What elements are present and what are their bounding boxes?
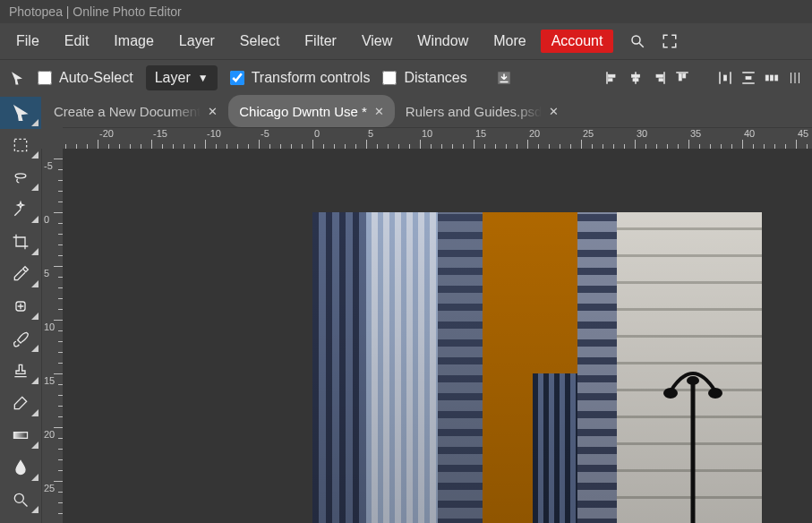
svg-rect-22 bbox=[771, 75, 774, 81]
options-bar: Auto-Select Layer ▼ Transform controls D… bbox=[0, 59, 812, 95]
canvas[interactable] bbox=[312, 212, 762, 523]
svg-point-33 bbox=[663, 388, 678, 399]
svg-rect-29 bbox=[14, 433, 28, 439]
download-icon[interactable] bbox=[496, 70, 512, 86]
align-right-icon[interactable] bbox=[651, 70, 667, 86]
svg-rect-10 bbox=[656, 74, 663, 77]
distances-label: Distances bbox=[404, 70, 466, 86]
svg-point-30 bbox=[14, 493, 23, 502]
distribute-v-icon[interactable] bbox=[740, 70, 756, 86]
svg-rect-27 bbox=[14, 139, 26, 150]
tool-zoom[interactable] bbox=[0, 484, 41, 516]
svg-point-34 bbox=[708, 388, 722, 399]
svg-rect-21 bbox=[765, 75, 768, 81]
title-bar: Photopea | Online Photo Editor bbox=[0, 0, 812, 23]
tool-marquee[interactable] bbox=[0, 129, 41, 161]
doc-tab-0[interactable]: Create a New Document ✕ bbox=[43, 95, 228, 127]
move-tool-icon bbox=[9, 70, 25, 86]
main-area: Create a New Document ✕ Chicago Dwntn Us… bbox=[0, 95, 812, 523]
doc-tab-1-close-icon[interactable]: ✕ bbox=[374, 105, 384, 118]
align-left-icon[interactable] bbox=[604, 70, 620, 86]
svg-line-31 bbox=[23, 502, 28, 507]
distances-checkbox[interactable]: Distances bbox=[382, 70, 466, 86]
svg-point-35 bbox=[687, 376, 699, 385]
tool-heal[interactable] bbox=[0, 290, 41, 322]
svg-rect-23 bbox=[775, 75, 778, 81]
svg-rect-20 bbox=[746, 76, 751, 79]
canvas-viewport[interactable] bbox=[63, 149, 812, 523]
menu-bar: File Edit Image Layer Select Filter View… bbox=[0, 23, 812, 59]
align-hcenter-icon[interactable] bbox=[628, 70, 644, 86]
menu-filter[interactable]: Filter bbox=[294, 30, 347, 53]
tool-stamp[interactable] bbox=[0, 355, 41, 387]
tool-lasso[interactable] bbox=[0, 161, 41, 193]
distribute-spacing-v-icon[interactable] bbox=[787, 70, 803, 86]
doc-tab-2-close-icon[interactable]: ✕ bbox=[549, 105, 559, 118]
tool-gradient[interactable] bbox=[0, 419, 41, 451]
menu-edit[interactable]: Edit bbox=[54, 30, 100, 53]
tool-brush[interactable] bbox=[0, 322, 41, 355]
auto-select-label: Auto-Select bbox=[59, 70, 133, 86]
target-layer-value: Layer bbox=[155, 70, 191, 86]
distribute-h-icon[interactable] bbox=[717, 70, 733, 86]
tools-sidebar bbox=[0, 95, 41, 523]
distances-input[interactable] bbox=[382, 71, 397, 85]
menu-more[interactable]: More bbox=[483, 30, 536, 53]
auto-select-checkbox[interactable]: Auto-Select bbox=[38, 70, 133, 86]
menu-image[interactable]: Image bbox=[103, 30, 164, 53]
menu-account[interactable]: Account bbox=[541, 30, 614, 53]
svg-rect-14 bbox=[683, 73, 686, 78]
doc-tab-2-label: Rulers and Guides.psd bbox=[406, 104, 543, 119]
svg-point-0 bbox=[632, 36, 640, 44]
distribute-spacing-h-icon[interactable] bbox=[764, 70, 780, 86]
doc-tab-2[interactable]: Rulers and Guides.psd ✕ bbox=[395, 95, 570, 127]
svg-rect-13 bbox=[679, 73, 681, 81]
menu-view[interactable]: View bbox=[351, 30, 403, 53]
svg-rect-5 bbox=[609, 78, 613, 81]
tool-wand[interactable] bbox=[0, 193, 41, 226]
fullscreen-icon[interactable] bbox=[662, 33, 678, 49]
svg-rect-7 bbox=[632, 74, 640, 77]
menu-select[interactable]: Select bbox=[229, 30, 290, 53]
tool-blur[interactable] bbox=[0, 451, 41, 484]
transform-controls-checkbox[interactable]: Transform controls bbox=[230, 70, 371, 86]
tool-move[interactable] bbox=[0, 97, 41, 129]
search-icon[interactable] bbox=[629, 33, 645, 49]
rulers: -20-15-10-505101520253035404550 bbox=[41, 127, 812, 149]
doc-tab-1[interactable]: Chicago Dwntn Use * ✕ bbox=[228, 95, 395, 127]
menu-layer[interactable]: Layer bbox=[168, 30, 226, 53]
doc-tab-0-label: Create a New Document bbox=[54, 104, 201, 119]
target-layer-select[interactable]: Layer ▼ bbox=[146, 65, 218, 90]
tool-eyedropper[interactable] bbox=[0, 258, 41, 290]
svg-line-1 bbox=[640, 43, 645, 47]
svg-rect-17 bbox=[724, 75, 727, 81]
chevron-down-icon: ▼ bbox=[198, 72, 209, 84]
auto-select-input[interactable] bbox=[38, 71, 52, 85]
ruler-horizontal[interactable]: -20-15-10-505101520253035404550 bbox=[63, 127, 812, 149]
svg-rect-11 bbox=[659, 78, 663, 81]
app-title: Photopea | Online Photo Editor bbox=[9, 4, 182, 19]
tool-eraser[interactable] bbox=[0, 387, 41, 419]
transform-controls-input[interactable] bbox=[230, 71, 244, 85]
document-tabs: Create a New Document ✕ Chicago Dwntn Us… bbox=[41, 95, 812, 127]
ruler-corner bbox=[41, 127, 63, 149]
svg-rect-8 bbox=[633, 78, 638, 81]
menu-window[interactable]: Window bbox=[406, 30, 479, 53]
menu-file[interactable]: File bbox=[5, 30, 50, 53]
svg-rect-4 bbox=[609, 74, 616, 77]
align-top-icon[interactable] bbox=[674, 70, 690, 86]
doc-tab-0-close-icon[interactable]: ✕ bbox=[208, 105, 218, 118]
work-area: Create a New Document ✕ Chicago Dwntn Us… bbox=[41, 95, 812, 523]
ruler-vertical[interactable]: -505101520253035 bbox=[41, 149, 63, 523]
doc-tab-1-label: Chicago Dwntn Use * bbox=[239, 104, 367, 119]
transform-controls-label: Transform controls bbox=[252, 70, 371, 86]
align-group bbox=[604, 70, 803, 86]
tool-crop[interactable] bbox=[0, 226, 41, 258]
